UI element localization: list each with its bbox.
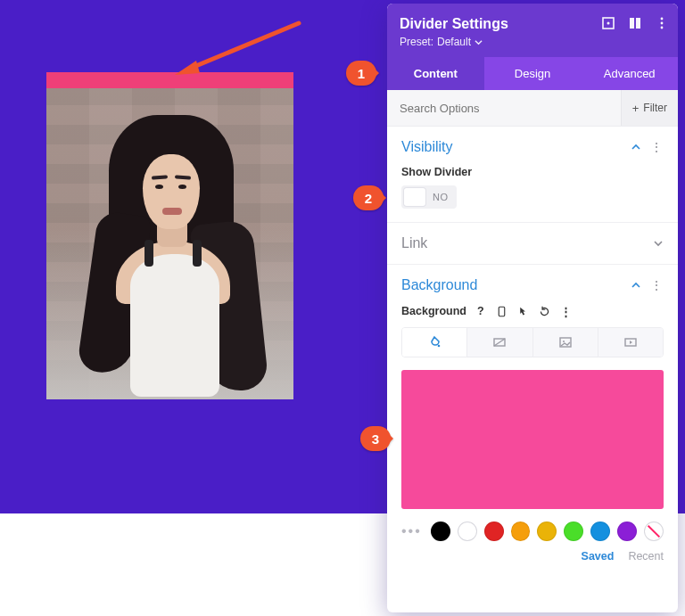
section-link-header[interactable]: Link [401, 235, 664, 251]
gradient-icon [492, 335, 507, 349]
bg-tab-video[interactable] [598, 328, 663, 357]
bg-tab-gradient[interactable] [467, 328, 532, 357]
tab-content[interactable]: Content [387, 57, 484, 90]
bg-tab-color[interactable] [402, 328, 467, 357]
settings-panel: Divider Settings Preset: Default Content… [387, 4, 678, 612]
panel-header: Divider Settings Preset: Default [387, 4, 678, 57]
panel-tabs: Content Design Advanced [387, 57, 678, 90]
section-visibility-header[interactable]: Visibility ⋮ [401, 139, 664, 155]
preset-value: Default [437, 36, 471, 48]
bg-tab-image[interactable] [533, 328, 598, 357]
chevron-down-icon [475, 38, 483, 46]
callout-3: 3 [360, 426, 391, 451]
hover-icon[interactable] [516, 304, 531, 318]
section-background: Background ⋮ Background ? ⋮ [387, 265, 678, 575]
svg-point-8 [661, 27, 664, 29]
swatch-purple[interactable] [617, 522, 637, 541]
reset-icon[interactable] [538, 304, 552, 318]
more-icon[interactable] [653, 14, 671, 32]
divider-bar [46, 72, 293, 88]
video-icon [623, 335, 638, 349]
tab-advanced[interactable]: Advanced [581, 57, 678, 90]
swatch-green[interactable] [564, 522, 583, 541]
toggle-text: NO [431, 192, 454, 202]
expand-icon[interactable] [599, 14, 617, 32]
show-divider-toggle[interactable]: NO [401, 185, 457, 209]
search-input[interactable] [387, 91, 621, 126]
swatch-blue[interactable] [590, 522, 610, 541]
swatch-black[interactable] [431, 522, 450, 541]
help-icon[interactable]: ? [474, 304, 488, 318]
section-link: Link [387, 223, 678, 265]
swatch-tabset: Saved Recent [401, 550, 664, 563]
portrait-image [46, 88, 293, 399]
chevron-up-icon [631, 280, 641, 291]
preset-selector[interactable]: Preset: Default [400, 36, 665, 48]
section-more-icon[interactable]: ⋮ [650, 278, 664, 292]
svg-rect-5 [636, 18, 640, 29]
annotation-arrow [169, 18, 303, 80]
svg-point-13 [563, 341, 565, 342]
responsive-icon[interactable] [626, 14, 644, 32]
section-visibility-title: Visibility [401, 139, 453, 155]
tab-design[interactable]: Design [484, 57, 582, 90]
color-swatches: ••• [401, 522, 664, 541]
divider-module-preview [46, 72, 293, 399]
swatch-none[interactable] [644, 522, 664, 541]
callout-2: 2 [353, 185, 384, 210]
svg-point-3 [607, 22, 610, 25]
preset-label: Preset: [400, 36, 433, 48]
swatch-red[interactable] [484, 522, 504, 541]
search-bar: + Filter [387, 90, 678, 127]
background-color-preview[interactable] [401, 370, 664, 509]
chevron-up-icon [631, 142, 641, 152]
section-background-header[interactable]: Background ⋮ [401, 277, 664, 293]
image-icon [558, 335, 573, 349]
background-field-label: Background ? ⋮ [401, 304, 664, 318]
background-type-tabs [401, 327, 664, 357]
svg-point-6 [661, 18, 664, 21]
section-link-title: Link [401, 235, 427, 251]
svg-point-10 [438, 345, 441, 348]
svg-point-7 [661, 22, 664, 25]
swatch-orange[interactable] [511, 522, 531, 541]
swatch-tab-saved[interactable]: Saved [582, 550, 615, 563]
swatches-more-icon[interactable]: ••• [401, 523, 422, 539]
swatch-tab-recent[interactable]: Recent [628, 550, 664, 563]
section-more-icon[interactable]: ⋮ [650, 140, 664, 154]
svg-rect-4 [630, 18, 634, 29]
svg-rect-9 [499, 307, 506, 316]
phone-icon[interactable] [495, 304, 509, 318]
paint-icon [427, 335, 442, 349]
section-visibility: Visibility ⋮ Show Divider NO [387, 127, 678, 223]
filter-label: Filter [643, 102, 667, 114]
more-icon[interactable]: ⋮ [559, 304, 574, 318]
background-field-text: Background [401, 305, 466, 317]
filter-button[interactable]: + Filter [621, 90, 678, 126]
show-divider-label: Show Divider [401, 166, 664, 178]
section-background-title: Background [401, 277, 477, 293]
chevron-down-icon [653, 238, 664, 249]
plus-icon: + [632, 102, 640, 115]
callout-1: 1 [346, 61, 376, 86]
swatch-yellow[interactable] [537, 522, 557, 541]
swatch-white[interactable] [458, 522, 477, 541]
svg-line-0 [187, 23, 299, 70]
toggle-knob [404, 188, 425, 206]
